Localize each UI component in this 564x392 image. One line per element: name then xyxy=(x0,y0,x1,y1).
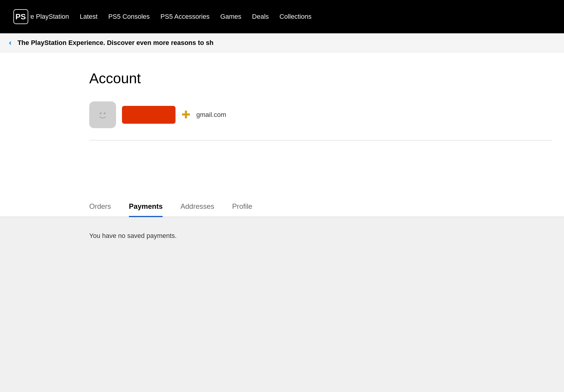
payments-content-area: You have no saved payments. xyxy=(0,217,564,392)
tab-profile[interactable]: Profile xyxy=(232,195,252,217)
tab-payments[interactable]: Payments xyxy=(129,195,162,217)
redacted-username xyxy=(122,106,176,124)
nav-link-ps5-accessories[interactable]: PS5 Accessories xyxy=(160,13,209,20)
back-arrow-icon[interactable]: ‹ xyxy=(9,38,12,47)
svg-text:PS: PS xyxy=(15,12,26,21)
nav-links-list: Explore PlayStation Latest PS5 Consoles … xyxy=(12,13,311,21)
no-payments-message: You have no saved payments. xyxy=(89,232,552,240)
nav-item-games[interactable]: Games xyxy=(220,13,241,21)
nav-item-ps5-accessories[interactable]: PS5 Accessories xyxy=(160,13,209,21)
tab-orders[interactable]: Orders xyxy=(89,195,111,217)
nav-item-latest[interactable]: Latest xyxy=(80,13,98,21)
svg-point-4 xyxy=(100,112,102,115)
user-info-divider xyxy=(89,140,552,140)
tab-addresses[interactable]: Addresses xyxy=(181,195,214,217)
nav-link-collections[interactable]: Collections xyxy=(280,13,312,20)
user-avatar xyxy=(89,101,116,128)
nav-item-collections[interactable]: Collections xyxy=(280,13,312,21)
account-title: Account xyxy=(89,70,552,87)
playstation-logo-icon[interactable]: PS xyxy=(12,8,30,26)
avatar-face-icon xyxy=(95,107,110,122)
banner-bar: ‹ The PlayStation Experience. Discover e… xyxy=(0,33,564,52)
nav-link-games[interactable]: Games xyxy=(220,13,241,20)
user-email: gmail.com xyxy=(196,111,226,119)
nav-link-latest[interactable]: Latest xyxy=(80,13,98,20)
nav-item-deals[interactable]: Deals xyxy=(252,13,269,21)
top-navigation:  PS Explore PlayStation Latest PS5 Cons… xyxy=(0,0,564,33)
account-main-content: Account ✚ gmail.com xyxy=(0,52,564,195)
banner-text: The PlayStation Experience. Discover eve… xyxy=(18,39,214,47)
account-tabs: Orders Payments Addresses Profile xyxy=(0,195,564,217)
nav-item-ps5-consoles[interactable]: PS5 Consoles xyxy=(108,13,150,21)
svg-point-5 xyxy=(104,112,106,115)
ps-plus-icon: ✚ xyxy=(181,109,190,121)
nav-link-ps5-consoles[interactable]: PS5 Consoles xyxy=(108,13,150,20)
nav-link-deals[interactable]: Deals xyxy=(252,13,269,20)
user-info-row: ✚ gmail.com xyxy=(89,101,552,128)
